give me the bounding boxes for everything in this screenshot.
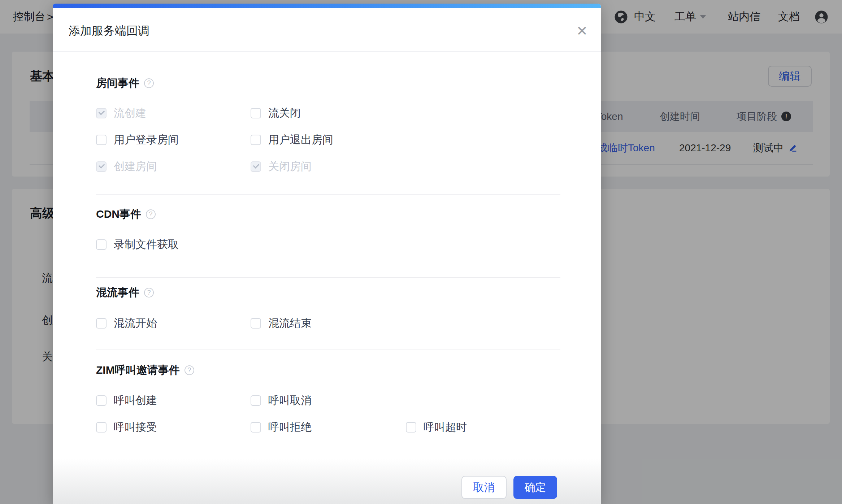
checkbox[interactable]	[251, 318, 261, 329]
checkbox-row: 录制文件获取	[96, 239, 565, 250]
checkbox-item-call-create[interactable]: 呼叫创建	[96, 395, 157, 406]
help-icon[interactable]: ?	[144, 288, 154, 297]
checkbox[interactable]	[406, 422, 416, 433]
help-icon[interactable]: ?	[146, 209, 156, 219]
checkbox-item-call-timeout[interactable]: 呼叫超时	[406, 421, 467, 433]
checkbox-label: 呼叫创建	[114, 393, 157, 408]
checkbox-label: 混流结束	[268, 316, 312, 331]
checkbox-row: 创建房间 关闭房间	[96, 161, 565, 172]
modal-title-divider	[53, 51, 601, 52]
checkbox-item-mix-start[interactable]: 混流开始	[96, 317, 157, 329]
checkbox-label: 关闭房间	[268, 159, 312, 174]
checkbox[interactable]	[251, 108, 261, 118]
checkbox[interactable]	[96, 239, 107, 250]
checkbox[interactable]	[96, 135, 107, 145]
checkbox-item-user-login-room[interactable]: 用户登录房间	[96, 134, 179, 145]
checkbox-row: 混流开始 混流结束	[96, 317, 565, 329]
checkbox-item-call-cancel[interactable]: 呼叫取消	[251, 395, 312, 406]
section-title: ZIM呼叫邀请事件	[96, 363, 180, 378]
checkbox[interactable]	[251, 135, 261, 145]
checkbox-item-call-reject[interactable]: 呼叫拒绝	[251, 421, 312, 433]
checkbox-row: 呼叫接受 呼叫拒绝 呼叫超时	[96, 421, 565, 433]
checkbox-row: 流创建 流关闭	[96, 107, 565, 119]
checkbox-item-stream-close[interactable]: 流关闭	[251, 107, 301, 119]
checkbox-item-stream-create: 流创建	[96, 107, 146, 119]
close-icon[interactable]: ✕	[572, 21, 592, 41]
section-zim-call-events-heading: ZIM呼叫邀请事件 ?	[96, 364, 194, 377]
confirm-button[interactable]: 确定	[513, 476, 557, 499]
checkbox-label: 呼叫拒绝	[268, 420, 312, 435]
checkbox-item-room-close: 关闭房间	[251, 161, 312, 172]
section-mix-events-heading: 混流事件 ?	[96, 286, 154, 299]
cancel-button[interactable]: 取消	[461, 476, 507, 499]
add-server-callback-modal: 添加服务端回调 ✕ 房间事件 ? 流创建 流关闭 用户登录房间 用户退出房间 创…	[53, 4, 601, 504]
help-icon[interactable]: ?	[144, 78, 154, 88]
section-cdn-events-heading: CDN事件 ?	[96, 208, 156, 221]
section-room-events-heading: 房间事件 ?	[96, 77, 154, 90]
checkbox[interactable]	[96, 422, 107, 433]
checkbox-item-room-create: 创建房间	[96, 161, 157, 172]
checkbox	[251, 161, 261, 172]
checkbox[interactable]	[251, 422, 261, 433]
checkbox-row: 用户登录房间 用户退出房间	[96, 134, 565, 145]
section-divider	[96, 277, 560, 278]
checkbox-label: 流关闭	[268, 106, 301, 121]
checkbox-item-call-accept[interactable]: 呼叫接受	[96, 421, 157, 433]
checkbox-item-user-exit-room[interactable]: 用户退出房间	[251, 134, 333, 145]
modal-accent-bar	[53, 4, 601, 8]
modal-title: 添加服务端回调	[69, 23, 149, 39]
checkbox[interactable]	[96, 395, 107, 406]
section-divider	[96, 194, 560, 195]
checkbox	[96, 161, 107, 172]
checkbox-label: 创建房间	[114, 159, 157, 174]
checkbox-label: 混流开始	[114, 316, 157, 331]
checkbox-label: 用户登录房间	[114, 132, 179, 147]
section-divider	[96, 349, 560, 349]
checkbox-row: 呼叫创建 呼叫取消	[96, 395, 565, 406]
checkbox-label: 用户退出房间	[268, 132, 333, 147]
checkbox-item-recording-file[interactable]: 录制文件获取	[96, 239, 179, 250]
checkbox-item-mix-end[interactable]: 混流结束	[251, 317, 312, 329]
checkbox-label: 录制文件获取	[114, 237, 179, 252]
help-icon[interactable]: ?	[185, 365, 194, 375]
checkbox[interactable]	[251, 395, 261, 406]
checkbox-label: 呼叫超时	[424, 420, 467, 435]
checkbox-label: 呼叫接受	[114, 420, 157, 435]
checkbox-label: 流创建	[114, 106, 146, 121]
section-title: 房间事件	[96, 76, 139, 91]
section-title: 混流事件	[96, 285, 139, 300]
checkbox-label: 呼叫取消	[268, 393, 312, 408]
checkbox[interactable]	[96, 318, 107, 329]
section-title: CDN事件	[96, 207, 141, 222]
checkbox	[96, 108, 107, 118]
